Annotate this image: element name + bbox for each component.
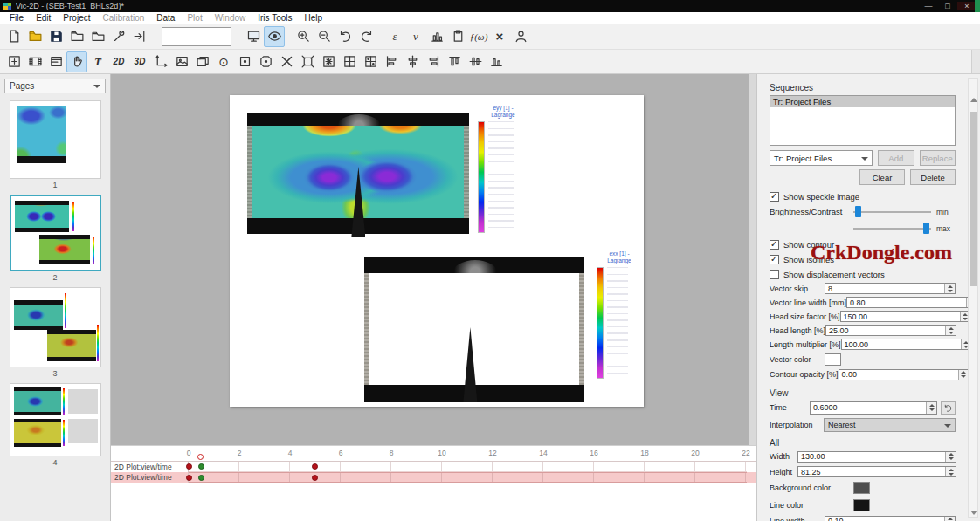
text-tool-button[interactable]: T [87,51,108,72]
panel-scrollbar[interactable] [968,78,978,518]
spinner[interactable] [926,402,936,414]
width-input[interactable]: 130.00 [797,451,956,463]
function-button[interactable]: ƒ(ω) [468,26,489,47]
animation-button[interactable] [24,51,45,72]
menu-iris-tools[interactable]: Iris Tools [252,13,298,23]
user-button[interactable] [510,26,531,47]
undo-button[interactable] [335,26,355,47]
timeline-track-2[interactable]: 2D Plot:view/time [111,472,756,483]
save-button[interactable] [45,26,66,47]
replace-button[interactable]: Replace [920,150,956,166]
line-width-input[interactable]: 0.10 [825,516,956,521]
keyframe-green[interactable] [198,475,204,481]
line-color-swatch[interactable] [853,499,870,511]
spinner[interactable] [944,517,955,521]
menu-edit[interactable]: Edit [30,13,57,23]
maximize-button[interactable]: □ [938,2,957,10]
grid-button[interactable] [339,51,360,72]
keyframe-red[interactable] [186,463,192,470]
redo-button[interactable] [355,26,376,47]
page-thumbnail-2[interactable] [10,195,101,271]
visibility-eye-button[interactable] [264,26,285,47]
spinner[interactable] [945,452,956,462]
keyframe-red[interactable] [312,463,318,470]
zoom-out-button[interactable] [314,26,335,47]
timeline-track-1[interactable]: 2D Plot:view/time [111,462,756,472]
keyframe-red[interactable] [186,475,192,481]
sequence-selector[interactable]: Tr: Project Files [770,150,873,166]
clear-button[interactable]: Clear [859,169,905,185]
contour-plot-exx[interactable] [364,257,584,402]
report-page[interactable]: eyy [1] - Lagrange exx [1] - Lagrange [230,95,644,407]
zoom-in-button[interactable] [293,26,314,47]
add-plot-button[interactable] [3,51,24,72]
time-input[interactable]: 0.6000 [810,401,937,415]
align-bottom-button[interactable] [486,51,507,72]
align-center-h-button[interactable] [402,51,423,72]
delete-item-button[interactable] [276,51,297,72]
track-grid[interactable] [189,472,747,483]
keyframe-red[interactable] [312,475,318,481]
fit-shrink-button[interactable] [318,51,339,72]
align-left-button[interactable] [381,51,402,72]
vector-color-swatch[interactable] [825,353,841,366]
background-color-swatch[interactable] [853,482,870,494]
report-button[interactable] [45,51,66,72]
close-button[interactable]: × [957,2,977,10]
show-vectors-checkbox[interactable]: Show displacement vectors [770,268,956,280]
document-canvas[interactable]: eyy [1] - Lagrange exx [1] - Lagrange [111,74,756,445]
grid-add-button[interactable] [360,51,381,72]
clipboard-button[interactable] [447,26,468,47]
pages-dropdown[interactable]: Pages [4,79,106,93]
vector-line-width-input[interactable]: 0.80 [846,297,977,308]
contour-plot-eyy[interactable] [247,113,469,234]
height-input[interactable]: 81.25 [797,466,956,477]
square-marker-button[interactable] [234,51,255,72]
2d-plot-button[interactable]: 2D [108,51,129,72]
spinner[interactable] [958,370,969,380]
head-length-input[interactable]: 25.00 [825,325,956,336]
remove-analysis-button[interactable]: × [489,26,510,47]
toolbar-input[interactable] [162,27,231,46]
3d-plot-button[interactable]: 3D [129,51,150,72]
pan-hand-button[interactable] [66,51,87,72]
page-thumbnail-3[interactable] [10,287,101,367]
timeline-ruler[interactable]: 0 2 4 6 8 10 12 14 16 18 20 22 [111,446,756,462]
delete-button[interactable]: Delete [910,169,956,185]
brightness-slider[interactable] [853,206,931,217]
menu-data[interactable]: Data [150,13,181,23]
canvas-scrollbar[interactable] [749,74,756,445]
sequence-list[interactable]: Tr: Project Files [770,95,956,146]
toolbar-overflow[interactable] [971,50,980,73]
align-top-button[interactable] [444,51,465,72]
folder-alt-button[interactable] [87,26,108,47]
keyframe-green[interactable] [198,463,204,470]
image-copy-button[interactable] [192,51,213,72]
scroll-down-icon[interactable] [970,511,977,515]
minimize-button[interactable]: — [919,2,938,10]
interpolation-dropdown[interactable]: Nearest [824,418,956,432]
polygon-marker-button[interactable] [255,51,276,72]
folder-button[interactable] [66,26,87,47]
poisson-nu-button[interactable]: ν [405,26,426,47]
spinner[interactable] [945,326,956,335]
add-button[interactable]: Add [878,150,914,166]
axes-button[interactable] [150,51,171,72]
head-size-factor-input[interactable]: 150.00 [840,311,971,322]
chart-button[interactable] [426,26,447,47]
align-middle-button[interactable] [465,51,486,72]
open-project-button[interactable] [24,26,45,47]
page-thumbnail-1[interactable] [10,100,101,179]
scroll-up-icon[interactable] [970,98,977,102]
spinner[interactable] [945,467,956,476]
vector-skip-input[interactable]: 8 [825,283,956,294]
calibration-tool-button[interactable] [108,26,129,47]
align-right-button[interactable] [423,51,444,72]
time-reset-button[interactable] [941,401,956,415]
circle-marker-button[interactable]: ⊙ [213,51,234,72]
spinner[interactable] [944,284,955,293]
menu-help[interactable]: Help [299,13,329,23]
length-multiplier-input[interactable]: 100.00 [841,339,972,350]
scrollbar-thumb[interactable] [970,112,977,286]
fit-expand-button[interactable] [297,51,318,72]
